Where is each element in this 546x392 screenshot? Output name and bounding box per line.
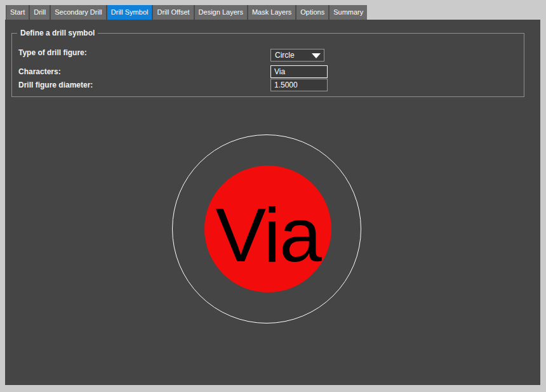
tab-secondary-drill[interactable]: Secondary Drill	[51, 5, 106, 20]
characters-label: Characters:	[18, 67, 61, 77]
tab-summary[interactable]: Summary	[330, 5, 367, 20]
tab-design-layers[interactable]: Design Layers	[195, 5, 247, 20]
tab-start[interactable]: Start	[6, 5, 29, 20]
tab-drill-offset[interactable]: Drill Offset	[153, 5, 193, 20]
tab-drill-symbol[interactable]: Drill Symbol	[107, 5, 152, 20]
characters-input[interactable]	[270, 65, 328, 78]
tab-drill[interactable]: Drill	[30, 5, 50, 20]
drill-figure-type-dropdown[interactable]: Circle	[270, 49, 324, 62]
tab-mask-layers[interactable]: Mask Layers	[248, 5, 295, 20]
wizard-tab-strip: Start Drill Secondary Drill Drill Symbol…	[6, 5, 367, 20]
type-of-drill-figure-label: Type of drill figure:	[18, 48, 87, 58]
group-title: Define a drill symbol	[17, 29, 98, 37]
define-drill-symbol-group: Define a drill symbol Type of drill figu…	[11, 33, 524, 97]
drill-wizard-window: Start Drill Secondary Drill Drill Symbol…	[0, 0, 546, 392]
drill-diameter-outline-circle: Via	[172, 134, 361, 323]
tab-content-panel: Define a drill symbol Type of drill figu…	[5, 20, 540, 385]
drill-symbol-preview-text: Via	[215, 185, 320, 273]
drill-figure-type-value: Circle	[275, 51, 295, 60]
dropdown-arrow-icon	[312, 53, 321, 58]
drill-figure-diameter-label: Drill figure diameter:	[18, 80, 93, 90]
drill-symbol-preview-circle: Via	[204, 166, 331, 292]
drill-figure-diameter-input[interactable]	[270, 79, 328, 91]
tab-options[interactable]: Options	[296, 5, 328, 20]
